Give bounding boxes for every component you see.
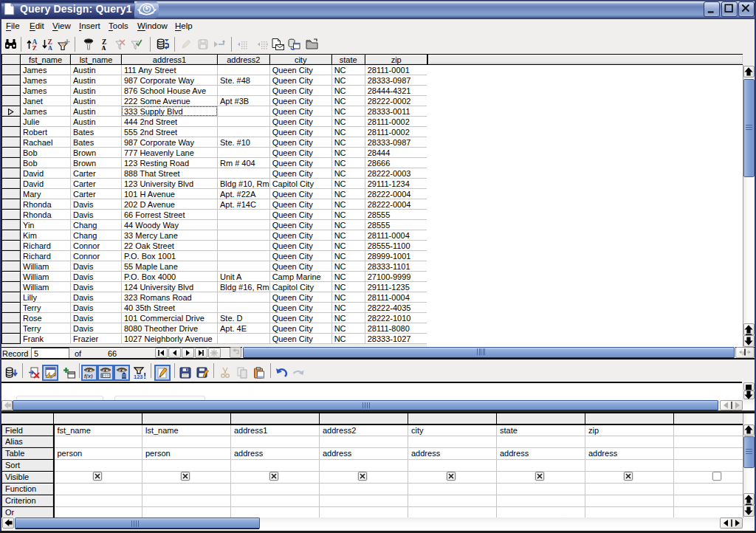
svg-text:A: A xyxy=(101,45,106,51)
svg-text:123: 123 xyxy=(134,374,143,380)
svg-text:!: ! xyxy=(144,372,146,379)
svg-text:Z: Z xyxy=(32,45,37,51)
svg-text:f(x): f(x) xyxy=(84,373,93,379)
svg-text:A: A xyxy=(48,45,53,51)
